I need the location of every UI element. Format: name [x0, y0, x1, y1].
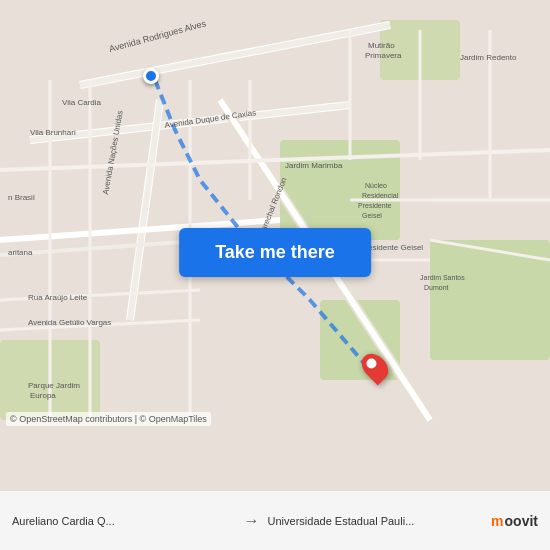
origin-section: Aureliano Cardia Q... [12, 515, 236, 527]
svg-text:Vila Cardia: Vila Cardia [62, 98, 102, 107]
svg-text:Avenida Getúlio Vargas: Avenida Getúlio Vargas [28, 318, 111, 327]
svg-text:Jardim Marimba: Jardim Marimba [285, 161, 343, 170]
svg-text:Rua Araújo Leite: Rua Araújo Leite [28, 293, 88, 302]
origin-marker [143, 68, 159, 84]
svg-text:Jardim Redento: Jardim Redento [460, 53, 517, 62]
svg-text:Residencial: Residencial [362, 192, 399, 199]
bottom-bar: Aureliano Cardia Q... → Universidade Est… [0, 490, 550, 550]
svg-text:Mutirão: Mutirão [368, 41, 395, 50]
svg-text:Dumont: Dumont [424, 284, 449, 291]
attribution-text: © OpenStreetMap contributors | © OpenMap… [6, 412, 211, 426]
destination-text: Universidade Estadual Pauli... [268, 515, 415, 527]
origin-text: Aureliano Cardia Q... [12, 515, 115, 527]
moovit-logo: moovit [491, 513, 538, 529]
svg-text:Primavera: Primavera [365, 51, 402, 60]
svg-text:Europa: Europa [30, 391, 56, 400]
svg-text:Parque Jardim: Parque Jardim [28, 381, 80, 390]
svg-text:Vila Brunhari: Vila Brunhari [30, 128, 76, 137]
svg-text:Geisel: Geisel [362, 212, 382, 219]
svg-text:Jardim Santos: Jardim Santos [420, 274, 465, 281]
svg-text:n Brasil: n Brasil [8, 193, 35, 202]
map-attribution: © OpenStreetMap contributors | © OpenMap… [0, 410, 550, 428]
svg-text:Presidente: Presidente [358, 202, 392, 209]
moovit-logo-icon: m [491, 513, 503, 529]
destination-section: Universidade Estadual Pauli... [268, 515, 492, 527]
moovit-logo-text: oovit [505, 513, 538, 529]
arrow-icon: → [244, 512, 260, 530]
svg-text:Núcleo: Núcleo [365, 182, 387, 189]
map-container: Avenida Rodrigues Alves Vila Cardia Vila… [0, 0, 550, 490]
svg-text:aritana: aritana [8, 248, 33, 257]
take-me-there-button[interactable]: Take me there [179, 228, 371, 277]
destination-marker [364, 352, 386, 382]
